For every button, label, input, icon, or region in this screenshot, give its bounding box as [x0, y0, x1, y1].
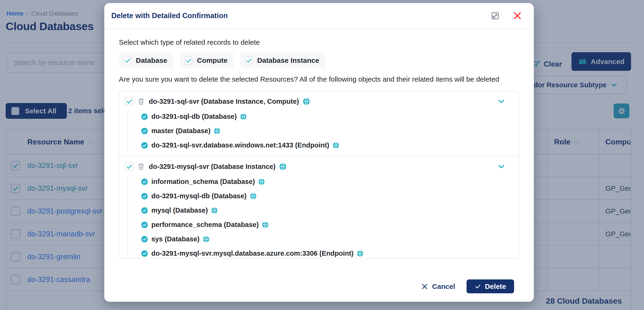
globe-icon	[258, 179, 265, 185]
check-circle-icon	[141, 250, 148, 257]
globe-icon	[357, 250, 364, 257]
related-item-label: information_schema (Database)	[151, 178, 255, 186]
related-item-label: sys (Database)	[151, 235, 200, 243]
related-item-label: performance_schema (Database)	[151, 221, 259, 229]
delete-label: Delete	[485, 283, 506, 291]
related-item: do-3291-mysql-db (Database)	[125, 189, 519, 203]
check-circle-icon	[141, 142, 148, 149]
filter-chip-database-instance[interactable]: Database Instance	[240, 52, 326, 68]
related-item: information_schema (Database)	[125, 175, 519, 189]
delete-confirmation-modal: Delete with Detailed Confirmation Select…	[104, 3, 534, 302]
filter-chip-database[interactable]: Database	[119, 52, 174, 68]
modal-header: Delete with Detailed Confirmation	[104, 3, 534, 29]
check-circle-icon	[141, 193, 148, 200]
delete-group-header: do-3291-mysql-svr (Database Instance)	[125, 160, 519, 173]
related-item-label: do-3291-sql-db (Database)	[151, 113, 237, 120]
screen: Home › Cloud Databases Cloud Databases C…	[0, 0, 644, 310]
check-circle-icon	[141, 127, 148, 135]
cancel-label: Cancel	[432, 283, 455, 291]
filter-chip-label: Compute	[197, 56, 228, 64]
confirmation-question: Are you sure you want to delete the sele…	[119, 74, 519, 84]
check-circle-icon	[141, 236, 148, 243]
trash-icon	[137, 163, 145, 171]
modal-footer: Cancel Delete	[104, 271, 534, 302]
check-circle-icon	[141, 178, 148, 185]
related-item: do-3291-sql-svr.database.windows.net:143…	[125, 138, 519, 152]
checkbox-checked[interactable]	[125, 97, 134, 106]
checkbox-checked[interactable]	[125, 162, 134, 171]
delete-group: do-3291-sql-svr (Database Instance, Comp…	[119, 91, 519, 157]
related-item: do-3291-sql-db (Database)	[125, 109, 519, 124]
delete-group-label: do-3291-sql-svr (Database Instance, Comp…	[149, 98, 299, 105]
related-item-label: master (Database)	[151, 127, 210, 135]
chevron-down-icon[interactable]	[497, 162, 506, 171]
filter-chip-label: Database	[136, 56, 167, 64]
checkbox-checked[interactable]	[124, 56, 132, 64]
delete-group: do-3291-mysql-svr (Database Instance) in…	[119, 157, 519, 259]
delete-group-children: do-3291-sql-db (Database) master (Databa…	[125, 109, 519, 152]
record-type-filters: Database Compute Database Instance	[119, 52, 519, 68]
delete-button[interactable]: Delete	[466, 280, 514, 293]
globe-icon	[262, 222, 268, 228]
checkbox-checked[interactable]	[184, 56, 192, 64]
modal-intro: Select which type of related records to …	[119, 38, 519, 46]
related-item: mysql (Database)	[125, 203, 519, 218]
filter-chip-compute[interactable]: Compute	[180, 52, 234, 68]
check-circle-icon	[141, 113, 148, 120]
related-item: performance_schema (Database)	[125, 218, 519, 232]
check-circle-icon	[141, 221, 148, 228]
globe-icon	[214, 128, 220, 134]
close-icon[interactable]	[513, 11, 522, 20]
related-item-label: do-3291-mysql-db (Database)	[151, 192, 247, 200]
tree-guide-line	[127, 176, 128, 258]
delete-group-label: do-3291-mysql-svr (Database Instance)	[149, 163, 276, 171]
globe-icon	[332, 142, 339, 149]
tree-guide-line	[127, 111, 128, 150]
expand-icon[interactable]	[490, 10, 500, 21]
modal-title: Delete with Detailed Confirmation	[111, 11, 228, 20]
trash-icon	[137, 98, 145, 105]
modal-body: Select which type of related records to …	[104, 38, 534, 259]
related-item: master (Database)	[125, 124, 519, 138]
related-item-label: do-3291-sql-svr.database.windows.net:143…	[151, 141, 329, 149]
cancel-button[interactable]: Cancel	[421, 283, 455, 291]
delete-items-list[interactable]: do-3291-sql-svr (Database Instance, Comp…	[119, 91, 519, 259]
globe-icon	[303, 98, 310, 105]
delete-group-children: information_schema (Database) do-3291-my…	[125, 175, 519, 259]
check-icon	[474, 283, 481, 290]
globe-icon	[250, 193, 256, 199]
related-item: do-3291-mysql-svr.mysql.database.azure.c…	[125, 246, 519, 259]
related-item: sys (Database)	[125, 232, 519, 246]
chevron-down-icon[interactable]	[497, 97, 506, 106]
related-item-label: do-3291-mysql-svr.mysql.database.azure.c…	[151, 250, 354, 257]
check-circle-icon	[141, 207, 148, 214]
globe-icon	[203, 236, 210, 243]
x-icon	[421, 283, 428, 290]
checkbox-checked[interactable]	[245, 56, 253, 64]
globe-icon	[279, 163, 286, 170]
globe-icon	[211, 207, 218, 214]
globe-icon	[240, 113, 247, 120]
related-item-label: mysql (Database)	[151, 207, 208, 214]
filter-chip-label: Database Instance	[257, 56, 319, 64]
delete-group-header: do-3291-sql-svr (Database Instance, Comp…	[125, 95, 519, 108]
